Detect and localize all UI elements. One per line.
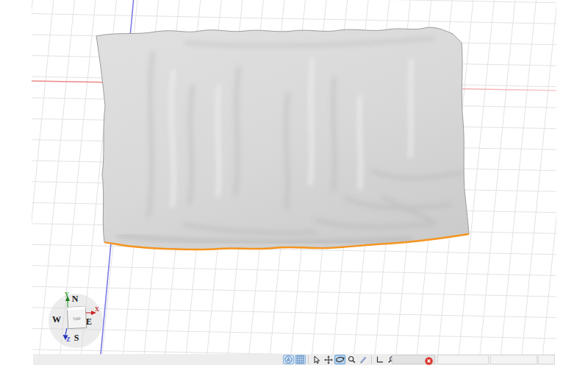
snap-toggle-button[interactable] bbox=[283, 355, 294, 364]
status-field-1[interactable] bbox=[437, 355, 489, 364]
compass-z-label: Z bbox=[66, 336, 70, 343]
view-cube-label: TOP bbox=[73, 316, 82, 322]
move-icon bbox=[324, 355, 333, 364]
view-cube[interactable]: TOP bbox=[67, 306, 86, 328]
circled-a-icon bbox=[284, 355, 293, 364]
red-x-icon bbox=[425, 357, 433, 365]
grid-icon bbox=[296, 355, 304, 364]
pencil-tool-button[interactable] bbox=[358, 355, 369, 364]
compass-north-label[interactable]: N bbox=[72, 294, 79, 304]
pan-tool-button[interactable] bbox=[323, 355, 334, 364]
compass-south-label[interactable]: S bbox=[74, 333, 79, 343]
grid-toggle-button[interactable] bbox=[295, 355, 306, 364]
corner-icon bbox=[376, 355, 384, 364]
status-field-2[interactable] bbox=[490, 355, 537, 364]
status-field-message[interactable] bbox=[392, 355, 435, 364]
orbit-icon bbox=[335, 355, 345, 364]
bottom-toolbar bbox=[283, 355, 397, 364]
cursor-icon bbox=[312, 355, 320, 364]
app-window: TOP N W E S Y X Z bbox=[0, 0, 588, 368]
cloth-mesh[interactable] bbox=[96, 27, 469, 250]
select-tool-button[interactable] bbox=[311, 355, 322, 364]
zoom-tool-button[interactable] bbox=[346, 355, 357, 364]
status-field-3[interactable] bbox=[538, 355, 555, 364]
magnifier-icon bbox=[348, 355, 356, 364]
compass-y-label: Y bbox=[65, 291, 69, 298]
compass-east-label[interactable]: E bbox=[86, 316, 92, 327]
status-bar bbox=[33, 354, 555, 365]
view-orientation-compass[interactable]: TOP N W E S Y X Z bbox=[46, 291, 107, 353]
corner-axis-tool-button[interactable] bbox=[374, 355, 385, 364]
pencil-icon bbox=[359, 355, 368, 364]
compass-west-label[interactable]: W bbox=[52, 314, 61, 325]
clear-button[interactable] bbox=[425, 356, 433, 364]
toolbar-separator bbox=[308, 355, 309, 364]
orbit-tool-button[interactable] bbox=[334, 355, 345, 364]
toolbar-separator bbox=[371, 355, 372, 364]
compass-x-label: X bbox=[95, 306, 99, 313]
